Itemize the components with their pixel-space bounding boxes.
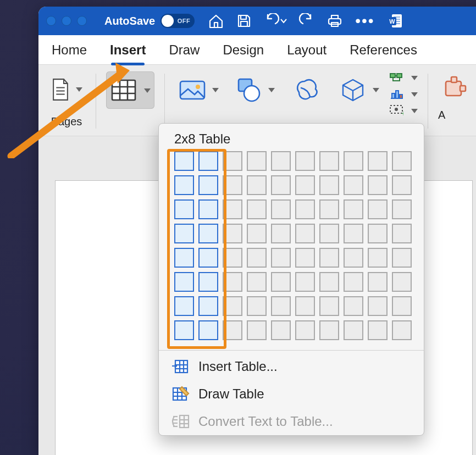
table-grid-cell[interactable] bbox=[344, 320, 363, 340]
tab-references[interactable]: References bbox=[348, 38, 418, 62]
table-grid-cell[interactable] bbox=[368, 199, 388, 219]
table-grid-cell[interactable] bbox=[271, 151, 291, 171]
save-icon[interactable] bbox=[236, 13, 252, 29]
table-grid-cell[interactable] bbox=[198, 151, 218, 171]
table-grid-cell[interactable] bbox=[319, 320, 339, 340]
table-grid-cell[interactable] bbox=[368, 151, 388, 171]
table-grid-cell[interactable] bbox=[247, 175, 267, 195]
table-grid-cell[interactable] bbox=[247, 151, 267, 171]
table-grid-cell[interactable] bbox=[295, 296, 315, 316]
tab-draw[interactable]: Draw bbox=[168, 38, 201, 62]
tab-home[interactable]: Home bbox=[51, 38, 88, 62]
table-grid-cell[interactable] bbox=[174, 175, 194, 195]
print-icon[interactable] bbox=[326, 13, 343, 29]
table-grid-cell[interactable] bbox=[344, 296, 363, 316]
table-grid-cell[interactable] bbox=[247, 272, 267, 292]
traffic-zoom[interactable] bbox=[77, 16, 87, 26]
table-grid-cell[interactable] bbox=[247, 224, 267, 243]
table-grid-cell[interactable] bbox=[271, 248, 291, 268]
table-grid-cell[interactable] bbox=[271, 320, 291, 340]
table-grid-cell[interactable] bbox=[368, 320, 388, 340]
table-grid-cell[interactable] bbox=[198, 175, 218, 195]
table-grid-cell[interactable] bbox=[198, 320, 218, 340]
table-grid-cell[interactable] bbox=[247, 248, 267, 268]
table-grid-cell[interactable] bbox=[271, 296, 291, 316]
table-grid-cell[interactable] bbox=[319, 199, 339, 219]
table-grid-cell[interactable] bbox=[198, 199, 218, 219]
table-grid-cell[interactable] bbox=[392, 320, 412, 340]
table-grid-cell[interactable] bbox=[368, 296, 388, 316]
table-grid-cell[interactable] bbox=[392, 199, 412, 219]
table-grid-cell[interactable] bbox=[344, 248, 363, 268]
table-grid-cell[interactable] bbox=[392, 248, 412, 268]
table-grid-cell[interactable] bbox=[319, 175, 339, 195]
table-grid-cell[interactable] bbox=[223, 272, 242, 292]
table-grid-cell[interactable] bbox=[368, 248, 388, 268]
table-grid-cell[interactable] bbox=[319, 272, 339, 292]
table-grid-cell[interactable] bbox=[271, 224, 291, 243]
table-grid-cell[interactable] bbox=[319, 296, 339, 316]
table-grid-cell[interactable] bbox=[319, 224, 339, 243]
table-grid-cell[interactable] bbox=[392, 272, 412, 292]
redo-icon[interactable] bbox=[299, 13, 314, 29]
tab-insert[interactable]: Insert bbox=[109, 38, 147, 62]
table-grid-cell[interactable] bbox=[174, 224, 194, 243]
smartart-button[interactable] bbox=[389, 71, 418, 84]
table-grid-cell[interactable] bbox=[198, 296, 218, 316]
table-grid-cell[interactable] bbox=[344, 199, 363, 219]
table-grid-cell[interactable] bbox=[174, 199, 194, 219]
table-grid-cell[interactable] bbox=[392, 151, 412, 171]
table-grid-cell[interactable] bbox=[247, 296, 267, 316]
traffic-minimize[interactable] bbox=[62, 16, 71, 26]
table-grid-cell[interactable] bbox=[223, 320, 242, 340]
table-grid-cell[interactable] bbox=[223, 151, 242, 171]
chart-button[interactable] bbox=[389, 88, 418, 100]
table-grid-cell[interactable] bbox=[223, 296, 242, 316]
table-grid-cell[interactable] bbox=[295, 175, 315, 195]
table-grid-cell[interactable] bbox=[344, 175, 363, 195]
table-grid-cell[interactable] bbox=[198, 272, 218, 292]
table-grid-cell[interactable] bbox=[392, 296, 412, 316]
table-grid-cell[interactable] bbox=[295, 151, 315, 171]
table-grid-cell[interactable] bbox=[247, 199, 267, 219]
table-grid-cell[interactable] bbox=[295, 248, 315, 268]
table-grid-cell[interactable] bbox=[174, 296, 194, 316]
menu-insert-table[interactable]: Insert Table... bbox=[159, 353, 424, 380]
table-grid-cell[interactable] bbox=[344, 224, 363, 243]
table-grid-cell[interactable] bbox=[319, 248, 339, 268]
table-grid-cell[interactable] bbox=[198, 248, 218, 268]
pages-button[interactable] bbox=[47, 70, 86, 109]
table-grid-cell[interactable] bbox=[368, 224, 388, 243]
table-grid-cell[interactable] bbox=[223, 224, 242, 243]
table-grid-cell[interactable] bbox=[295, 272, 315, 292]
table-grid-cell[interactable] bbox=[368, 175, 388, 195]
pictures-button[interactable] bbox=[175, 76, 222, 104]
table-grid-cell[interactable] bbox=[392, 224, 412, 243]
screenshot-button[interactable]: + bbox=[389, 104, 418, 116]
table-button[interactable] bbox=[106, 71, 154, 109]
table-grid-cell[interactable] bbox=[319, 151, 339, 171]
tab-design[interactable]: Design bbox=[222, 38, 265, 62]
overflow-icon[interactable]: ••• bbox=[355, 13, 374, 29]
tab-layout[interactable]: Layout bbox=[286, 38, 328, 62]
addins-button[interactable] bbox=[438, 73, 470, 102]
table-grid-cell[interactable] bbox=[271, 272, 291, 292]
table-grid-cell[interactable] bbox=[295, 320, 315, 340]
shapes-button[interactable] bbox=[232, 75, 278, 106]
table-grid-cell[interactable] bbox=[223, 199, 242, 219]
table-grid-cell[interactable] bbox=[174, 320, 194, 340]
icons-button[interactable] bbox=[288, 74, 325, 107]
table-grid-cell[interactable] bbox=[344, 151, 363, 171]
table-grid-cell[interactable] bbox=[174, 151, 194, 171]
table-grid-cell[interactable] bbox=[295, 199, 315, 219]
3d-models-button[interactable] bbox=[335, 74, 383, 106]
table-grid-cell[interactable] bbox=[392, 175, 412, 195]
undo-icon[interactable] bbox=[264, 13, 287, 29]
table-grid-cell[interactable] bbox=[174, 248, 194, 268]
table-grid-cell[interactable] bbox=[198, 224, 218, 243]
table-grid-cell[interactable] bbox=[223, 248, 242, 268]
table-grid-cell[interactable] bbox=[271, 175, 291, 195]
table-size-grid[interactable] bbox=[174, 151, 412, 340]
table-grid-cell[interactable] bbox=[344, 272, 363, 292]
home-icon[interactable] bbox=[208, 13, 224, 29]
